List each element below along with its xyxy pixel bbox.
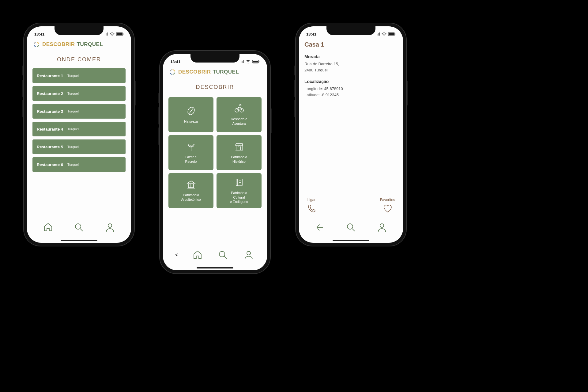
tile-label: Desporto eAventura <box>231 117 247 126</box>
battery-icon <box>252 59 260 64</box>
longitude-value: Longitude: 45.678910 <box>304 86 398 92</box>
nav-search-button[interactable] <box>345 221 357 234</box>
cellular-signal-icon <box>241 60 244 63</box>
cellular-signal-icon <box>377 32 380 36</box>
tile-label: Natureza <box>184 119 198 124</box>
tile-lazer[interactable]: Lazer eRecreio <box>168 135 213 170</box>
list-item[interactable]: Restaurante 2 Turquel <box>32 86 126 101</box>
bottom-nav <box>32 216 126 238</box>
address-heading: Morada <box>304 54 398 59</box>
nav-profile-button[interactable] <box>376 221 388 234</box>
wifi-icon <box>109 32 115 36</box>
arch-icon <box>234 141 244 152</box>
list-item-sub: Turquel <box>67 145 79 149</box>
list-item[interactable]: Restaurante 6 Turquel <box>32 157 126 172</box>
address-block: Morada Rua do Barreiro 15, 2480 Turquel <box>304 54 398 73</box>
book-icon <box>234 177 244 188</box>
status-time: 13:41 <box>170 59 180 64</box>
favorite-button[interactable]: Favoritos <box>380 198 395 214</box>
device-notch <box>55 26 104 35</box>
bottom-nav: < <box>168 244 262 266</box>
favorite-label: Favoritos <box>380 198 395 202</box>
tile-arquitetonico[interactable]: PatrimónioArquitetónico <box>168 173 213 208</box>
logo-word-2: TURQUEL <box>213 69 239 75</box>
phone-mockup-onde-comer: 13:41 DESCOBRIR TURQUEL ONDE COMER Resta… <box>23 23 135 246</box>
wifi-icon <box>245 59 251 64</box>
cellular-signal-icon <box>105 32 108 36</box>
list-item-name: Restaurante 2 <box>37 91 63 96</box>
tile-natureza[interactable]: Natureza <box>168 97 213 132</box>
list-item[interactable]: Restaurante 1 Turquel <box>32 68 126 83</box>
leaf-icon <box>186 106 196 116</box>
nav-back-button[interactable] <box>314 221 326 234</box>
wifi-icon <box>381 32 387 36</box>
call-label: Ligar <box>307 198 316 202</box>
nav-home-button[interactable] <box>42 221 54 234</box>
tile-desporto[interactable]: Desporto eAventura <box>217 97 262 132</box>
latitude-value: Latitude: -8.912345 <box>304 92 398 98</box>
app-logo: DESCOBRIR TURQUEL <box>168 68 262 76</box>
list-item-sub: Turquel <box>67 127 79 131</box>
battery-icon <box>388 32 396 36</box>
list-item-sub: Turquel <box>67 92 79 95</box>
page-title: ONDE COMER <box>32 56 126 63</box>
logo-mark-icon <box>168 68 176 76</box>
bottom-nav <box>304 216 398 238</box>
list-item-name: Restaurante 4 <box>37 127 63 131</box>
location-block: Localização Longitude: 45.678910 Latitud… <box>304 79 398 98</box>
home-indicator[interactable] <box>333 240 369 241</box>
device-notch <box>326 26 375 35</box>
nav-search-button[interactable] <box>73 221 85 234</box>
list-item-sub: Turquel <box>67 74 79 78</box>
address-line-2: 2480 Turquel <box>304 67 398 73</box>
page-title: DESCOBRIR <box>168 84 262 90</box>
list-item-name: Restaurante 1 <box>37 74 63 78</box>
status-time: 13:41 <box>306 32 316 36</box>
nav-profile-button[interactable] <box>243 249 255 261</box>
nav-home-button[interactable] <box>191 249 204 261</box>
app-logo: DESCOBRIR TURQUEL <box>32 40 126 48</box>
logo-mark-icon <box>32 40 40 48</box>
columns-icon <box>186 179 196 190</box>
call-button[interactable]: Ligar <box>307 198 316 214</box>
list-item[interactable]: Restaurante 3 Turquel <box>32 104 126 119</box>
tile-cultural[interactable]: PatrimónioCulturale Endógeno <box>217 173 262 208</box>
logo-word-2: TURQUEL <box>77 41 103 48</box>
list-item-sub: Turquel <box>67 109 79 113</box>
battery-icon <box>116 32 124 36</box>
nav-search-button[interactable] <box>217 249 229 261</box>
phone-mockup-descobrir: 13:41 DESCOBRIR TURQUEL DESCOBRIR Nature… <box>159 50 271 274</box>
tile-label: PatrimónioHistórico <box>231 155 247 164</box>
list-item-name: Restaurante 5 <box>37 145 63 149</box>
logo-word-1: DESCOBRIR <box>178 69 211 75</box>
home-indicator[interactable] <box>61 240 97 241</box>
tile-label: PatrimónioArquitetónico <box>181 193 201 202</box>
detail-title: Casa 1 <box>304 41 398 48</box>
category-grid: Natureza Desporto eAventura Lazer eRecre… <box>168 97 262 208</box>
bike-icon <box>234 103 244 114</box>
list-item[interactable]: Restaurante 5 Turquel <box>32 139 126 154</box>
location-heading: Localização <box>304 79 398 84</box>
tile-historico[interactable]: PatrimónioHistórico <box>217 135 262 170</box>
phone-icon <box>307 204 316 214</box>
list-item-name: Restaurante 3 <box>37 109 63 114</box>
list-item[interactable]: Restaurante 4 Turquel <box>32 122 126 136</box>
nav-profile-button[interactable] <box>104 221 116 234</box>
detail-actions: Ligar Favoritos <box>304 198 398 216</box>
logo-word-1: DESCOBRIR <box>42 41 75 48</box>
phone-mockup-detail: 13:41 Casa 1 Morada Rua do Barreiro 15, … <box>295 23 407 246</box>
heart-icon <box>383 204 392 214</box>
address-line-1: Rua do Barreiro 15, <box>304 61 398 67</box>
list-item-sub: Turquel <box>67 163 79 166</box>
sprout-icon <box>186 141 196 152</box>
tile-label: Lazer eRecreio <box>185 155 197 164</box>
list-item-name: Restaurante 6 <box>37 162 63 167</box>
tile-label: PatrimónioCulturale Endógeno <box>230 191 248 204</box>
status-time: 13:41 <box>34 32 44 36</box>
device-notch <box>190 54 239 63</box>
restaurant-list: Restaurante 1 Turquel Restaurante 2 Turq… <box>32 68 126 172</box>
home-indicator[interactable] <box>197 267 233 268</box>
